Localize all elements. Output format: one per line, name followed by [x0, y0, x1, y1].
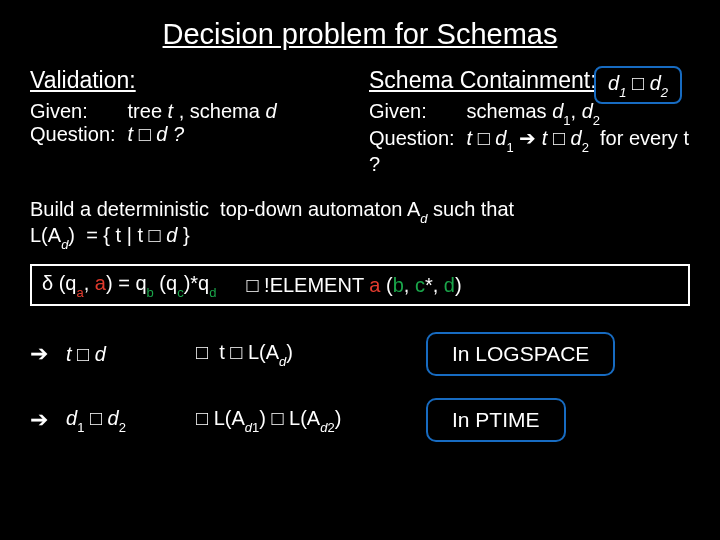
row-logspace: ➔ t □ d □ t □ L(Ad) In LOGSPACE	[30, 332, 690, 376]
row-ptime: ➔ d1 □ d2 □ L(Ad1) □ L(Ad2) In PTIME	[30, 398, 690, 442]
given-pre: tree	[128, 100, 168, 122]
given-label-r: Given:	[369, 100, 461, 123]
row2-iff: □ L(Ad1) □ L(Ad2)	[196, 407, 396, 433]
delta-a2: a	[95, 272, 106, 294]
ptime-bubble: In PTIME	[426, 398, 566, 442]
delta-c: c	[177, 285, 184, 300]
arrow-icon: ➔	[30, 341, 66, 367]
validation-heading: Validation:	[30, 67, 351, 94]
question-label-r: Question:	[369, 127, 461, 150]
result-rows: ➔ t □ d □ t □ L(Ad) In LOGSPACE ➔ d1 □ d…	[30, 332, 690, 442]
given-value-r: schemas d1, d2	[467, 100, 600, 122]
question-label: Question:	[30, 123, 122, 146]
containment-badge: d1 □ d2	[594, 66, 682, 104]
row2-expr: d1 □ d2	[66, 407, 196, 433]
delta-b: b	[147, 285, 154, 300]
given-label: Given:	[30, 100, 122, 123]
automaton-line1: Build a deterministic top-down automaton…	[30, 198, 690, 224]
delta-a1: a	[76, 285, 83, 300]
logspace-bubble: In LOGSPACE	[426, 332, 615, 376]
element-declaration: □ !ELEMENT a (b, c*, d)	[246, 274, 461, 297]
validation-given: Given: tree t , schema d	[30, 100, 351, 123]
transition-box: δ (qa, a) = qb (qc)*qd □ !ELEMENT a (b, …	[30, 264, 690, 306]
delta-d: d	[209, 285, 216, 300]
automaton-text: Build a deterministic top-down automaton…	[30, 198, 690, 250]
given-mid: , schema	[173, 100, 265, 122]
containment-question: Question: t □ d1 ➔ t □ d2 for every t ?	[369, 126, 690, 176]
validation-column: Validation: Given: tree t , schema d Que…	[30, 67, 351, 176]
row1-expr: t □ d	[66, 343, 196, 366]
delta-expression: δ (qa, a) = qb (qc)*qd	[42, 272, 216, 298]
given-d: d	[265, 100, 276, 122]
validation-question: Question: t □ d ?	[30, 123, 351, 146]
arrow-icon: ➔	[30, 407, 66, 433]
automaton-line2: L(Ad) = { t | t □ d }	[30, 224, 690, 250]
row1-iff: □ t □ L(Ad)	[196, 341, 396, 367]
slide-title: Decision problem for Schemas	[30, 18, 690, 51]
question-value: t □ d ?	[128, 123, 185, 145]
